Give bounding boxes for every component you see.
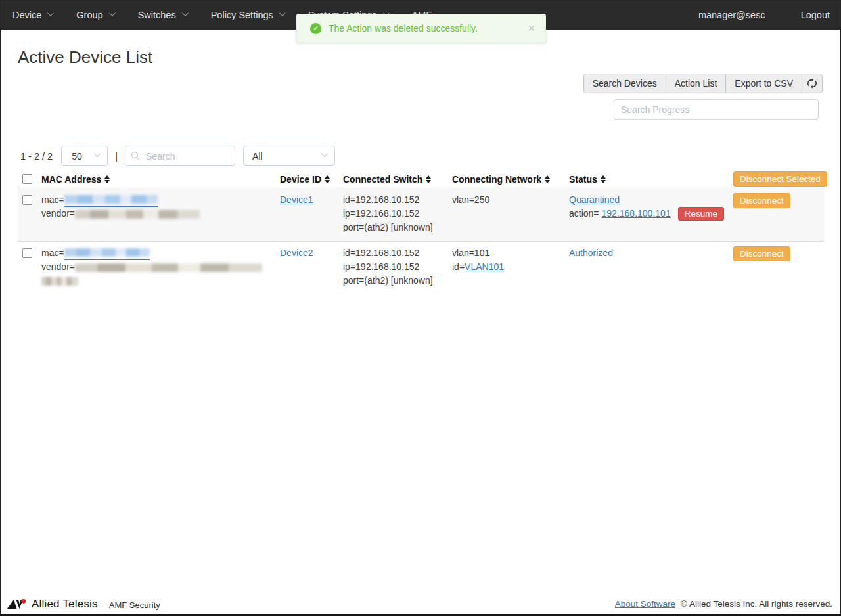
sort-icon[interactable] bbox=[545, 175, 550, 183]
refresh-icon bbox=[807, 78, 817, 89]
product-name: AMF Security bbox=[109, 600, 160, 610]
resume-button[interactable]: Resume bbox=[678, 207, 724, 221]
nav-menu-device-label: Device bbox=[12, 10, 41, 20]
device-id-link[interactable]: Device2 bbox=[280, 248, 313, 258]
network-id-label: id= bbox=[452, 261, 465, 272]
brand-name: Allied Telesis bbox=[32, 598, 98, 611]
row-checkbox[interactable] bbox=[22, 248, 32, 258]
account-label: manager@sesc bbox=[698, 10, 765, 20]
redacted-mac-link[interactable] bbox=[64, 245, 150, 260]
disconnect-button[interactable]: Disconnect bbox=[733, 193, 790, 208]
redacted-mac-value bbox=[64, 195, 158, 204]
chevron-down-icon bbox=[109, 10, 116, 16]
switch-ip: ip=192.168.10.152 bbox=[343, 207, 449, 221]
sort-icon[interactable] bbox=[426, 175, 431, 183]
network-id-link[interactable]: VLAN101 bbox=[465, 261, 504, 272]
mac-label: mac= bbox=[41, 194, 64, 205]
nav-menu-policy-settings[interactable]: Policy Settings bbox=[211, 10, 284, 20]
header-connecting-network[interactable]: Connecting Network bbox=[452, 174, 541, 185]
close-icon[interactable]: × bbox=[528, 22, 535, 34]
result-range-label: 1 - 2 / 2 bbox=[20, 151, 53, 162]
network-vlan: vlan=250 bbox=[452, 193, 566, 207]
separator: | bbox=[115, 150, 118, 162]
status-link[interactable]: Authorized bbox=[569, 248, 613, 258]
vendor-label: vendor= bbox=[41, 208, 75, 219]
table-search bbox=[125, 146, 235, 166]
header-device-id[interactable]: Device ID bbox=[280, 174, 321, 185]
table-row: mac= vendor= Device2 id=192.168.10.152 i… bbox=[18, 242, 824, 294]
page-title: Active Device List bbox=[18, 47, 152, 68]
switch-id: id=192.168.10.152 bbox=[343, 193, 449, 207]
search-icon bbox=[131, 151, 140, 160]
nav-menu-device[interactable]: Device bbox=[12, 10, 52, 20]
disconnect-selected-button[interactable]: Disconnect Selected bbox=[733, 171, 827, 187]
mac-label: mac= bbox=[41, 248, 64, 258]
table-search-input[interactable] bbox=[125, 146, 235, 166]
disconnect-button[interactable]: Disconnect bbox=[733, 246, 790, 261]
status-link[interactable]: Quarantined bbox=[569, 194, 620, 205]
copyright-text: © Allied Telesis Inc. All rights reserve… bbox=[681, 599, 832, 609]
search-progress-input[interactable] bbox=[614, 99, 819, 120]
switch-port: port=(ath2) [unknown] bbox=[343, 221, 449, 234]
success-toast: ✓ The Action was deleted successfully. × bbox=[296, 14, 546, 43]
allied-telesis-logo-icon bbox=[7, 598, 27, 611]
header-connected-switch[interactable]: Connected Switch bbox=[343, 174, 422, 185]
toast-message: The Action was deleted successfully. bbox=[329, 23, 478, 33]
table-header-row: MAC Address Device ID Connected Switch C… bbox=[18, 170, 824, 188]
status-filter-value: All bbox=[252, 151, 263, 162]
active-device-table: MAC Address Device ID Connected Switch C… bbox=[18, 170, 824, 294]
chevron-down-icon bbox=[279, 10, 286, 16]
switch-id: id=192.168.10.152 bbox=[343, 246, 449, 260]
row-checkbox[interactable] bbox=[22, 195, 32, 205]
nav-menu-policy-settings-label: Policy Settings bbox=[211, 10, 273, 20]
action-target-link[interactable]: 192.168.100.101 bbox=[599, 208, 673, 219]
sort-icon[interactable] bbox=[104, 175, 110, 183]
sort-icon[interactable] bbox=[601, 175, 606, 183]
logout-button[interactable]: Logout bbox=[801, 10, 830, 20]
sort-icon[interactable] bbox=[325, 175, 330, 183]
switch-ip: ip=192.168.10.152 bbox=[343, 260, 449, 274]
refresh-button[interactable] bbox=[802, 74, 823, 93]
about-software-link[interactable]: About Software bbox=[615, 599, 675, 609]
nav-menu-group[interactable]: Group bbox=[76, 10, 113, 20]
nav-menu-group-label: Group bbox=[76, 10, 102, 20]
footer: Allied Telesis AMF Security About Softwa… bbox=[1, 594, 840, 614]
page-size-value: 50 bbox=[72, 151, 82, 162]
device-id-link[interactable]: Device1 bbox=[280, 194, 313, 205]
export-csv-button[interactable]: Export to CSV bbox=[725, 74, 802, 93]
action-label: action= bbox=[569, 208, 599, 219]
header-status[interactable]: Status bbox=[569, 174, 597, 185]
chevron-down-icon bbox=[182, 10, 189, 16]
network-vlan: vlan=101 bbox=[452, 246, 566, 260]
switch-port: port=(ath2) [unknown] bbox=[343, 274, 449, 288]
toolbar-button-group: Search Devices Action List Export to CSV bbox=[583, 74, 823, 93]
nav-menu-switches-label: Switches bbox=[138, 10, 176, 20]
redacted-vendor-value bbox=[75, 210, 200, 219]
redacted-vendor-value bbox=[41, 277, 78, 286]
success-check-icon: ✓ bbox=[310, 23, 321, 34]
chevron-down-icon bbox=[321, 150, 328, 157]
redacted-mac-link[interactable] bbox=[64, 192, 158, 207]
chevron-down-icon bbox=[94, 150, 101, 157]
chevron-down-icon bbox=[47, 10, 54, 16]
redacted-mac-value bbox=[64, 248, 150, 257]
action-list-button[interactable]: Action List bbox=[666, 74, 727, 93]
status-filter-select[interactable]: All bbox=[243, 146, 335, 166]
pagination-bar: 1 - 2 / 2 50 | All bbox=[20, 146, 335, 166]
page-size-select[interactable]: 50 bbox=[61, 146, 108, 166]
nav-menu-switches[interactable]: Switches bbox=[138, 10, 187, 20]
brand-logo: Allied Telesis AMF Security bbox=[7, 598, 160, 611]
select-all-checkbox[interactable] bbox=[22, 174, 32, 184]
header-mac-address[interactable]: MAC Address bbox=[41, 174, 101, 185]
vendor-label: vendor= bbox=[41, 261, 75, 272]
table-row: mac= vendor= Device1 id=192.168.10.152 i… bbox=[18, 188, 824, 242]
search-devices-button[interactable]: Search Devices bbox=[583, 74, 666, 93]
redacted-vendor-value bbox=[75, 263, 262, 272]
